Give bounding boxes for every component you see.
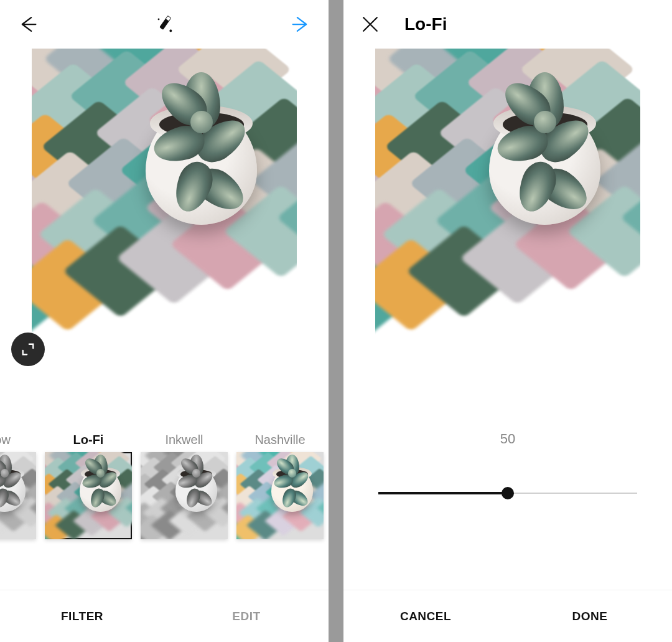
filter-thumbnail[interactable] [141, 452, 228, 539]
topbar-left [0, 0, 329, 49]
done-button[interactable]: DONE [508, 590, 672, 642]
filter-item-lofi[interactable]: Lo-Fi [45, 427, 132, 539]
filter-title: Lo-Fi [404, 14, 447, 34]
intensity-slider[interactable] [378, 492, 637, 494]
magic-wand-icon [153, 13, 175, 35]
arrow-left-icon [16, 13, 38, 35]
filter-label: Lo-Fi [73, 427, 104, 452]
slider-handle[interactable] [502, 487, 514, 499]
filter-thumbnail[interactable] [0, 452, 36, 539]
photo-preview[interactable] [375, 49, 640, 377]
next-button[interactable] [289, 11, 315, 37]
filter-strip[interactable]: WillowLo-FiInkwellNashville [0, 427, 329, 567]
filter-adjust-screen: Lo-Fi 50 CANCEL DONE [343, 0, 672, 642]
filter-label: Nashville [254, 427, 305, 452]
filter-item-inkwell[interactable]: Inkwell [141, 427, 228, 539]
topbar-right: Lo-Fi [343, 0, 672, 49]
bottom-actions: CANCEL DONE [343, 590, 672, 642]
slider-area: 50 [343, 381, 672, 590]
filter-item-nashville[interactable]: Nashville [236, 427, 324, 539]
tab-edit[interactable]: EDIT [164, 590, 329, 642]
slider-value: 50 [500, 431, 515, 447]
preview-area-right [343, 49, 672, 381]
preview-area-left [0, 49, 329, 381]
panel-divider [329, 0, 343, 642]
filter-thumbnail[interactable] [45, 452, 132, 539]
filter-thumbnail[interactable] [236, 452, 324, 539]
expand-button[interactable] [11, 333, 45, 366]
auto-enhance-button[interactable] [151, 11, 177, 37]
cancel-button[interactable]: CANCEL [343, 590, 508, 642]
bottom-tabs: FILTER EDIT [0, 590, 329, 642]
arrow-right-icon [291, 13, 313, 35]
filter-select-screen: WillowLo-FiInkwellNashville FILTER EDIT [0, 0, 329, 642]
tab-filter[interactable]: FILTER [0, 590, 164, 642]
photo-preview[interactable] [32, 49, 297, 377]
filter-label: Willow [0, 427, 11, 452]
filter-item-willow[interactable]: Willow [0, 427, 36, 539]
expand-icon [21, 342, 35, 356]
filter-label: Inkwell [165, 427, 203, 452]
close-icon [359, 13, 381, 35]
close-button[interactable] [357, 11, 383, 37]
back-button[interactable] [14, 11, 40, 37]
